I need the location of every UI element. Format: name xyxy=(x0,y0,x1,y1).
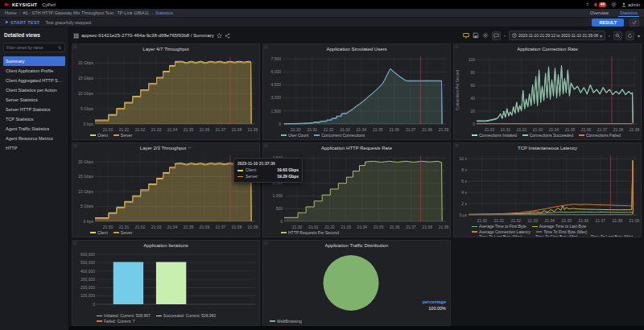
dashboard-title[interactable]: appsec-91421e25-2770-464a-9c38-d98e765f9… xyxy=(81,33,214,38)
svg-text:0 µs: 0 µs xyxy=(459,212,467,217)
panel-info-icon[interactable]: ⓘ xyxy=(455,44,459,50)
panel-info-icon[interactable]: ⓘ xyxy=(73,241,77,246)
chart-layer23-throughput[interactable]: 0 bps5 Gbps10 Gbps15 Gbps20 Gbps21:3021:… xyxy=(72,152,259,230)
svg-text:0: 0 xyxy=(279,122,281,126)
breadcrumb-item[interactable]: Statistics xyxy=(155,10,173,15)
sidebar-item-summary[interactable]: Summary xyxy=(3,56,65,66)
time-range-picker[interactable]: 2023-11-10 21:29:12 to 2023-11-10 21:39:… xyxy=(509,31,605,40)
panel-title[interactable]: Application Traffic Distribution xyxy=(263,241,450,250)
svg-text:21:31: 21:31 xyxy=(501,127,511,132)
sidebar-item-client-aggregated-http-statistics[interactable]: Client Aggregated HTTP Statistics xyxy=(3,76,65,85)
result-button[interactable]: RESULT xyxy=(592,19,624,27)
refresh-interval-dropdown[interactable]: ▾ xyxy=(638,33,640,39)
legend-swatch xyxy=(528,237,534,237)
svg-text:0: 0 xyxy=(280,219,283,224)
zoom-out-icon xyxy=(615,33,621,39)
chart-simulated-users[interactable]: 01,5003,0004,5006,0007,50021:3021:3121:3… xyxy=(263,53,450,133)
chart-tcp-latency[interactable]: 0 µs2 s4 s6 s8 s10 s21:3021:3121:3221:33… xyxy=(454,152,641,224)
panel-title[interactable]: Application Simulated Users xyxy=(263,44,450,53)
panel-title[interactable]: TCP Instantaneous Latency xyxy=(454,143,641,152)
play-icon xyxy=(5,20,9,24)
panel-title[interactable]: Layer 4/7 Throughput xyxy=(72,44,259,53)
svg-text:21:34: 21:34 xyxy=(357,127,367,132)
chart-legend: ClientServer xyxy=(72,230,259,237)
panel-title[interactable]: Application Connection Rate xyxy=(454,44,641,53)
start-test-button[interactable]: START TEST xyxy=(5,20,40,25)
tab-statistics[interactable]: Statistics xyxy=(618,9,639,17)
legend-swatch xyxy=(472,231,477,233)
breadcrumb-item[interactable]: #1 - STH HTTP Gateway Mix Throughput Tes… xyxy=(23,10,150,15)
sidebar-item-tcp-statistics[interactable]: TCP Statistics xyxy=(3,114,65,124)
legend-item[interactable]: WebBrowsing xyxy=(270,319,302,324)
svg-text:21:30: 21:30 xyxy=(485,127,495,132)
legend-item[interactable]: Concurrent Connections xyxy=(314,133,365,138)
tab-overview[interactable]: Overview xyxy=(588,9,610,17)
legend-item[interactable]: Time To First Byte (Min) xyxy=(528,234,578,237)
legend-item[interactable]: Time To Last Byte (Min) xyxy=(584,234,634,237)
legend-item[interactable]: Time To Last Byte (Max) xyxy=(472,234,522,237)
svg-text:21:39: 21:39 xyxy=(630,218,640,223)
notifications-button[interactable]: 44 xyxy=(593,2,606,7)
panel-info-icon[interactable]: ⓘ xyxy=(73,143,77,149)
panel-title[interactable]: Application HTTP Requests Rate xyxy=(263,143,450,152)
panel-title[interactable]: Application Iterations xyxy=(72,241,259,250)
legend-item[interactable]: Failed: Current: 7 xyxy=(97,319,135,324)
user-menu[interactable]: admin xyxy=(621,2,640,7)
chevron-right-icon[interactable]: › xyxy=(609,33,610,38)
panel-title[interactable]: Layer 2/3 Throughput xyxy=(72,143,259,152)
grid-icon[interactable] xyxy=(73,33,79,39)
tv-icon[interactable] xyxy=(463,32,469,39)
sidebar-item-server-statistics[interactable]: Server Statistics xyxy=(3,95,65,105)
panel-info-icon[interactable]: ⓘ xyxy=(264,44,268,50)
panel-info-icon[interactable]: ⓘ xyxy=(455,143,459,149)
comment-button[interactable] xyxy=(492,31,501,40)
save-icon[interactable] xyxy=(473,32,479,39)
chart-application-iterations[interactable]: 0100,000200,000300,000400,000500,000600,… xyxy=(72,250,259,313)
chart-traffic-distribution[interactable]: percentage 100.00% xyxy=(263,250,450,319)
refresh-button[interactable] xyxy=(625,31,634,40)
gear-icon[interactable] xyxy=(611,2,617,7)
legend-item[interactable]: Connections Initiated xyxy=(472,133,517,138)
svg-text:20 Gbps: 20 Gbps xyxy=(78,159,93,164)
filter-views-input[interactable]: Filter views by name xyxy=(3,43,65,52)
legend-item[interactable]: User Count xyxy=(281,133,308,138)
star-icon[interactable] xyxy=(217,33,222,39)
brand-keysight: KEYSIGHT xyxy=(12,2,37,7)
sidebar-title: Detailed views xyxy=(3,31,65,40)
help-icon[interactable]: ? xyxy=(586,2,588,7)
sidebar-item-agent-resource-metrics[interactable]: Agent Resource Metrics xyxy=(3,134,65,143)
svg-text:21:32: 21:32 xyxy=(517,127,527,132)
sidebar-item-server-http-statistics[interactable]: Server HTTP Statistics xyxy=(3,105,65,114)
legend-item[interactable]: Connections Failed xyxy=(579,133,621,138)
legend-item[interactable]: Server xyxy=(114,230,133,236)
panel-http-requests-rate: ⓘ Application HTTP Requests Rate 05001,0… xyxy=(262,142,451,237)
chevron-left-icon[interactable]: ‹ xyxy=(504,33,506,38)
export-button[interactable] xyxy=(630,19,639,27)
legend-item[interactable]: HTTP Requests Per Second xyxy=(281,230,339,236)
svg-text:3,000: 3,000 xyxy=(270,95,281,100)
svg-text:21:32: 21:32 xyxy=(135,127,146,132)
legend-item[interactable]: Succeeded: Current: 508,960 xyxy=(156,313,216,319)
panel-layer23-throughput: ⓘ Layer 2/3 Throughput 0 bps5 Gbps10 Gbp… xyxy=(72,142,260,237)
chart-layer47-throughput[interactable]: 0 bps5 Gbps10 Gbps15 Gbps20 Gbps21:3021:… xyxy=(72,53,259,133)
share-icon[interactable] xyxy=(225,33,230,39)
sidebar-item-http[interactable]: HTTP xyxy=(3,143,65,153)
zoom-out-button[interactable] xyxy=(613,31,622,40)
time-range-text: 2023-11-10 21:29:12 to 2023-11-10 21:39:… xyxy=(518,33,598,38)
sidebar-item-client-statistics-per-action[interactable]: Client Statistics per Action xyxy=(3,85,65,95)
legend-item[interactable]: Client xyxy=(90,133,108,138)
legend-item[interactable]: Connections Succeeded xyxy=(522,133,573,138)
legend-item[interactable]: Client xyxy=(90,230,108,236)
sidebar-item-client-application-profile[interactable]: Client Application Profile xyxy=(3,66,65,76)
breadcrumb-item[interactable]: Home xyxy=(5,10,17,15)
sidebar-item-agent-traffic-statistics[interactable]: Agent Traffic Statistics xyxy=(3,124,65,134)
tooltip-row: Client:19.63 Gbps xyxy=(237,167,299,174)
svg-text:21:38: 21:38 xyxy=(422,127,432,132)
panel-info-icon[interactable]: ⓘ xyxy=(264,241,268,246)
panel-info-icon[interactable]: ⓘ xyxy=(73,44,77,50)
chart-connection-rate[interactable]: 02040608010021:3021:3121:3221:3321:3421:… xyxy=(454,53,641,133)
svg-text:21:30: 21:30 xyxy=(103,225,114,229)
legend-item[interactable]: Server xyxy=(114,133,133,138)
settings-icon[interactable] xyxy=(482,32,489,39)
panel-info-icon[interactable]: ⓘ xyxy=(264,143,268,149)
